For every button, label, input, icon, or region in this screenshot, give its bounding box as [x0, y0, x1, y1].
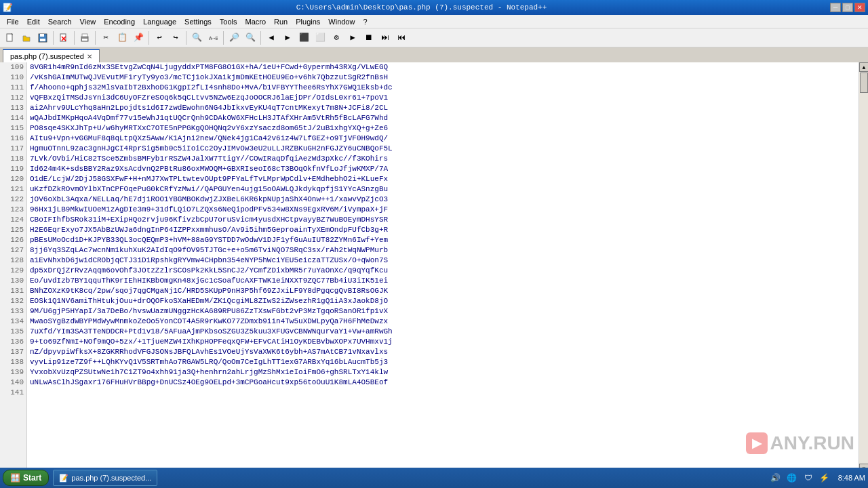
menu-item-edit[interactable]: Edit: [23, 16, 44, 27]
toolbar-btn-7[interactable]: ⏹: [361, 30, 376, 45]
code-line-115: PO8sqe4SKXJhTp+U/w6hyMRTXxC7OTE5nPPGKgQO…: [30, 123, 856, 134]
line-number-122: 122: [0, 195, 26, 205]
notepadpp-icon: 📝: [59, 474, 68, 483]
line-number-116: 116: [0, 134, 26, 144]
zoom-in-button[interactable]: 🔎: [226, 30, 241, 45]
code-line-111: f/Ahoono+qphjs32MlsVaIbT2BxhoDG1KgpI2fLI…: [30, 83, 856, 93]
title-text: C:\Users\admin\Desktop\pas.php (7).suspe…: [296, 3, 547, 12]
code-area[interactable]: 8VGR1h4mR9nId6zMx3SEtvgZwCqN4LjugyddxPTM…: [27, 62, 859, 473]
line-number-115: 115: [0, 123, 26, 134]
close-button[interactable]: ✕: [854, 3, 865, 12]
app-icon: 📝: [3, 3, 13, 13]
vertical-scrollbar[interactable]: ▲ ▼: [859, 62, 868, 473]
code-line-113: ai2Ahrv9ULcYhq8aHn2Lpojdts1d6I7zwdEwohn6…: [30, 103, 856, 113]
menu-item-?[interactable]: ?: [359, 16, 371, 27]
line-number-109: 109: [0, 62, 26, 73]
taskbar-notepadpp[interactable]: 📝 pas.php (7).suspected...: [53, 470, 157, 486]
tab-close-button[interactable]: ✕: [87, 53, 92, 60]
maximize-button[interactable]: □: [842, 3, 853, 12]
menu-item-encoding[interactable]: Encoding: [100, 16, 139, 27]
code-line-110: /vKshGAImMUTwQJVEvutMF1ryTy9yo3/mcTCj1ok…: [30, 73, 856, 83]
copy-button[interactable]: 📋: [115, 30, 130, 45]
editor-container: 1091101111121131141151161171181191201211…: [0, 62, 868, 473]
line-numbers: 1091101111121131141151161171181191201211…: [0, 62, 27, 473]
tray-icon-2: 🌐: [785, 471, 799, 485]
line-number-136: 136: [0, 337, 26, 347]
find-button[interactable]: 🔍: [189, 30, 204, 45]
scroll-up-button[interactable]: ▲: [859, 62, 868, 72]
code-line-124: CBoIFIhfbSRok31iM+EXipHQo2rvju96KfivzbCp…: [30, 215, 856, 225]
separator-2: [74, 31, 75, 45]
code-line-134: MwaoSYgBzdWBYPMdWywMnmkoZeOo5YonCOT4A5R9…: [30, 317, 856, 327]
start-button[interactable]: 🪟 Start: [3, 470, 49, 486]
tray-icon-3: 🛡: [802, 471, 815, 485]
start-icon: 🪟: [10, 473, 20, 483]
menu-item-window[interactable]: Window: [324, 16, 359, 27]
print-button[interactable]: [77, 30, 92, 45]
minimize-button[interactable]: ─: [830, 3, 841, 12]
close-file-button[interactable]: [56, 30, 71, 45]
toolbar-btn-2[interactable]: ▶: [280, 30, 295, 45]
menu-item-macro[interactable]: Macro: [241, 16, 270, 27]
separator-4: [149, 31, 149, 45]
code-line-117: HgmuOTnnL9zac3gnHJgCI4RprSig5mb0c5iIoiCc…: [30, 144, 856, 154]
separator-7: [260, 31, 261, 45]
toolbar-btn-4[interactable]: ⬜: [313, 30, 328, 45]
svg-rect-0: [7, 34, 12, 41]
scroll-track[interactable]: [859, 72, 868, 464]
tray-icon-4: ⚡: [818, 471, 831, 485]
menu-item-run[interactable]: Run: [270, 16, 292, 27]
line-number-111: 111: [0, 83, 26, 93]
menu-item-plugins[interactable]: Plugins: [292, 16, 324, 27]
code-line-131: BNhZOXzK9tK8cq/2pw/sqoj7qgCMgaNj1C/HRD5S…: [30, 286, 856, 296]
separator-6: [223, 31, 224, 45]
title-buttons: ─ □ ✕: [830, 3, 865, 12]
toolbar-btn-5[interactable]: ⚙: [329, 30, 344, 45]
paste-button[interactable]: 📌: [131, 30, 146, 45]
code-line-123: 96Hx1jLB9MkwIUOeM1zAgDIe3m9+31dfLQiO7LZQ…: [30, 205, 856, 215]
scroll-thumb[interactable]: [860, 73, 868, 93]
code-line-114: wQAJbdIMKpHqoA4VqDmf77v15eWhJ1qtUQCrQnh9…: [30, 113, 856, 123]
toolbar-btn-9[interactable]: ⏮: [394, 30, 409, 45]
replace-button[interactable]: A→B: [205, 30, 220, 45]
cut-button[interactable]: ✂: [98, 30, 113, 45]
code-line-135: 7uXfd/YIm3SA3TTeNDDCR+Ptd1v18/5AFuaAjmPK…: [30, 327, 856, 337]
line-number-118: 118: [0, 154, 26, 164]
svg-rect-2: [40, 34, 44, 37]
redo-button[interactable]: ↪: [168, 30, 183, 45]
toolbar-btn-8[interactable]: ⏭: [378, 30, 393, 45]
separator-3: [95, 31, 96, 45]
menu-item-language[interactable]: Language: [139, 16, 180, 27]
zoom-out-button[interactable]: 🔍: [243, 30, 258, 45]
line-number-123: 123: [0, 205, 26, 215]
line-number-117: 117: [0, 144, 26, 154]
menu-item-tools[interactable]: Tools: [216, 16, 241, 27]
code-line-137: nZ/dpyvpiWfksX+8ZGKRRhodVFGJSONsJBFQLAvh…: [30, 347, 856, 357]
toolbar-btn-6[interactable]: ▶: [345, 30, 360, 45]
new-button[interactable]: [3, 30, 18, 45]
tab-pas-php[interactable]: pas.php (7).suspected ✕: [3, 49, 100, 62]
toolbar: ✂ 📋 📌 ↩ ↪ 🔍 A→B 🔎 🔍 ◀ ▶ ⬛ ⬜ ⚙ ▶ ⏹ ⏭ ⏮: [0, 28, 868, 47]
menu-item-settings[interactable]: Settings: [180, 16, 216, 27]
menu-item-search[interactable]: Search: [44, 16, 76, 27]
save-button[interactable]: [35, 30, 50, 45]
line-number-127: 127: [0, 245, 26, 256]
line-number-138: 138: [0, 357, 26, 367]
line-number-119: 119: [0, 164, 26, 174]
menu-bar: FileEditSearchViewEncodingLanguageSettin…: [0, 15, 868, 28]
start-label: Start: [23, 473, 41, 483]
menu-item-view[interactable]: View: [76, 16, 100, 27]
line-number-125: 125: [0, 225, 26, 235]
open-button[interactable]: [19, 30, 34, 45]
line-number-141: 141: [0, 388, 26, 398]
code-line-112: vQFBxzQiTMSdJsYni3dC6UyOFZreSOq6k5qCLtvv…: [30, 93, 856, 103]
toolbar-btn-3[interactable]: ⬛: [296, 30, 311, 45]
menu-item-file[interactable]: File: [3, 16, 23, 27]
line-number-134: 134: [0, 317, 26, 327]
undo-button[interactable]: ↩: [152, 30, 167, 45]
svg-text:A→B: A→B: [209, 35, 218, 41]
line-number-112: 112: [0, 93, 26, 103]
code-line-140: uNLwAsClhJSgaxr176FHuHVrBBpg+DnUCSz4OEg9…: [30, 378, 856, 388]
code-line-138: vyvLip91ze7Z9f++LQhKYvQ1V5SRTmhAo7RGAW5L…: [30, 357, 856, 367]
toolbar-btn-1[interactable]: ◀: [264, 30, 279, 45]
